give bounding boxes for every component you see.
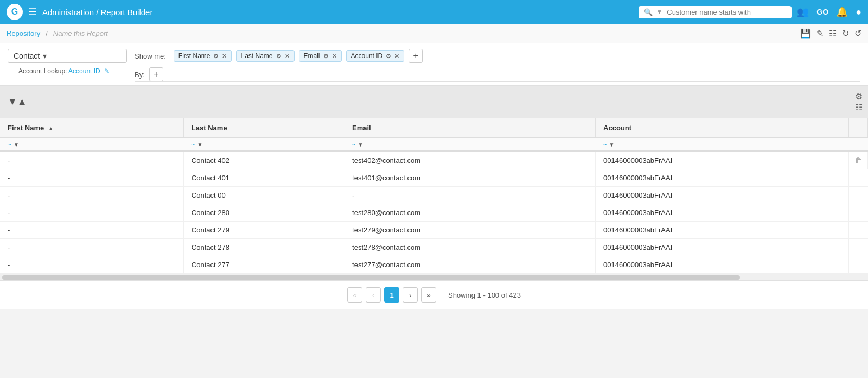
- filter-cell-email: ~ ▼: [344, 138, 596, 151]
- by-bar: By: +: [135, 63, 860, 82]
- first-name-close-icon[interactable]: ✕: [222, 53, 227, 60]
- current-page-button[interactable]: 1: [384, 287, 399, 303]
- go-nav-label[interactable]: GO: [816, 8, 828, 16]
- account-lookup-label: Account Lookup:: [18, 67, 67, 75]
- table-row: - Contact 277 test277@contact.com 001460…: [0, 256, 868, 274]
- range-start: 1: [477, 291, 481, 299]
- account-lookup-value[interactable]: Account ID: [68, 67, 100, 75]
- filter-cell-first-name: ~ ▼: [0, 138, 183, 151]
- first-name-gear-icon[interactable]: ⚙: [213, 53, 219, 60]
- cell-account-id: 00146000003abFrAAI: [596, 187, 849, 204]
- last-name-label: Last Name: [241, 52, 272, 60]
- filter-tilde-account-id[interactable]: ~: [603, 141, 607, 148]
- filter-icon[interactable]: ▼▲: [8, 96, 27, 108]
- horizontal-scrollbar[interactable]: [0, 274, 868, 280]
- cell-last-name: Contact 00: [183, 187, 344, 204]
- cell-first-name: -: [0, 204, 183, 222]
- filter-tilde-first-name[interactable]: ~: [8, 141, 11, 148]
- filter-tilde-last-name[interactable]: ~: [191, 141, 195, 148]
- show-me-bar: Show me: First Name ⚙ ✕ Last Name ⚙ ✕ Em…: [135, 49, 860, 63]
- email-close-icon[interactable]: ✕: [332, 53, 337, 60]
- search-dropdown[interactable]: ▼: [656, 8, 662, 16]
- col-header-account-id[interactable]: Account: [596, 118, 849, 138]
- data-table-wrapper: First Name ▲ Last Name Email Account ~ ▼: [0, 118, 868, 274]
- col-header-actions: [849, 118, 868, 138]
- scrollbar-thumb: [2, 275, 740, 280]
- account-lookup-edit-icon[interactable]: ✎: [104, 67, 110, 75]
- users-nav-icon[interactable]: 👥: [797, 6, 809, 18]
- save-table-icon[interactable]: 💾: [800, 28, 811, 39]
- cell-account-id: 00146000003abFrAAI: [596, 256, 849, 274]
- search-input[interactable]: [667, 8, 786, 16]
- add-field-button[interactable]: +: [409, 49, 423, 63]
- refresh-icon[interactable]: ↻: [842, 28, 849, 39]
- account-lookup-row: Account Lookup: Account ID ✎: [18, 67, 127, 75]
- filter-down-account-id[interactable]: ▼: [609, 142, 615, 148]
- cell-email: test401@contact.com: [344, 169, 596, 187]
- last-name-gear-icon[interactable]: ⚙: [276, 53, 282, 60]
- total-count: 423: [509, 291, 521, 299]
- table-header-row: First Name ▲ Last Name Email Account: [0, 118, 868, 138]
- filter-tilde-email[interactable]: ~: [352, 141, 356, 148]
- filter-cell-account-id: ~ ▼: [596, 138, 849, 151]
- filter-down-first-name[interactable]: ▼: [14, 142, 19, 148]
- last-page-button[interactable]: »: [421, 287, 436, 303]
- col-header-email[interactable]: Email: [344, 118, 596, 138]
- first-name-label: First Name: [178, 52, 210, 60]
- table-row: - Contact 279 test279@contact.com 001460…: [0, 222, 868, 239]
- report-builder-area: Contact ▾ Account Lookup: Account ID ✎ S…: [0, 43, 868, 309]
- table-row: - Contact 402 test402@contact.com 001460…: [0, 151, 868, 169]
- add-by-button[interactable]: +: [149, 67, 163, 81]
- account-id-label: Account ID: [351, 52, 383, 60]
- col-header-last-name[interactable]: Last Name: [183, 118, 344, 138]
- chart-icon[interactable]: ☷: [829, 28, 837, 39]
- filter-settings-icon[interactable]: ⚙: [855, 91, 863, 102]
- cell-email: test280@contact.com: [344, 204, 596, 222]
- edit-report-icon[interactable]: ✎: [816, 28, 824, 39]
- data-table: First Name ▲ Last Name Email Account ~ ▼: [0, 118, 868, 274]
- cell-account-id: 00146000003abFrAAI: [596, 239, 849, 256]
- subheader-actions: 💾 ✎ ☷ ↻ ↺: [800, 28, 861, 39]
- last-name-close-icon[interactable]: ✕: [285, 53, 290, 60]
- cell-email: test402@contact.com: [344, 151, 596, 169]
- first-page-button[interactable]: «: [347, 287, 362, 303]
- field-tag-last-name: Last Name ⚙ ✕: [236, 50, 294, 62]
- email-label: Email: [304, 52, 320, 60]
- account-id-close-icon[interactable]: ✕: [394, 53, 399, 60]
- cell-account-id: 00146000003abFrAAI: [596, 151, 849, 169]
- page-info: Showing 1 - 100 of 423: [448, 291, 521, 299]
- cell-last-name: Contact 278: [183, 239, 344, 256]
- col-header-first-name[interactable]: First Name ▲: [0, 118, 183, 138]
- filter-down-last-name[interactable]: ▼: [197, 142, 202, 148]
- account-id-gear-icon[interactable]: ⚙: [386, 53, 391, 60]
- cell-email: test277@contact.com: [344, 256, 596, 274]
- prev-page-button[interactable]: ‹: [366, 287, 381, 303]
- reload-icon[interactable]: ↺: [854, 28, 861, 39]
- filter-table-icon[interactable]: ☷: [855, 102, 863, 112]
- report-name[interactable]: Name this Report: [53, 29, 108, 37]
- bell-icon[interactable]: 🔔: [836, 6, 848, 18]
- cell-account-id: 00146000003abFrAAI: [596, 169, 849, 187]
- user-icon[interactable]: ●: [856, 7, 861, 18]
- breadcrumb-separator: /: [46, 29, 48, 37]
- next-page-button[interactable]: ›: [403, 287, 418, 303]
- contact-selector[interactable]: Contact ▾: [8, 49, 127, 63]
- email-gear-icon[interactable]: ⚙: [323, 53, 329, 60]
- nav-icons: 👥 GO 🔔 ●: [797, 6, 861, 18]
- hamburger-icon[interactable]: ☰: [28, 6, 37, 18]
- repository-link[interactable]: Repository: [7, 29, 40, 37]
- filter-down-email[interactable]: ▼: [358, 142, 363, 148]
- row-delete-button[interactable]: 🗑: [849, 151, 868, 169]
- cell-first-name: -: [0, 169, 183, 187]
- cell-last-name: Contact 401: [183, 169, 344, 187]
- table-row: - Contact 401 test401@contact.com 001460…: [0, 169, 868, 187]
- cell-first-name: -: [0, 239, 183, 256]
- cell-email: test279@contact.com: [344, 222, 596, 239]
- cell-first-name: -: [0, 256, 183, 274]
- subheader: Repository / Name this Report 💾 ✎ ☷ ↻ ↺: [0, 24, 868, 43]
- search-bar[interactable]: 🔍 ▼: [639, 6, 792, 18]
- contact-label: Contact: [14, 52, 40, 60]
- cell-first-name: -: [0, 222, 183, 239]
- cell-first-name: -: [0, 151, 183, 169]
- top-navbar: G ☰ Administration / Report Builder 🔍 ▼ …: [0, 0, 868, 24]
